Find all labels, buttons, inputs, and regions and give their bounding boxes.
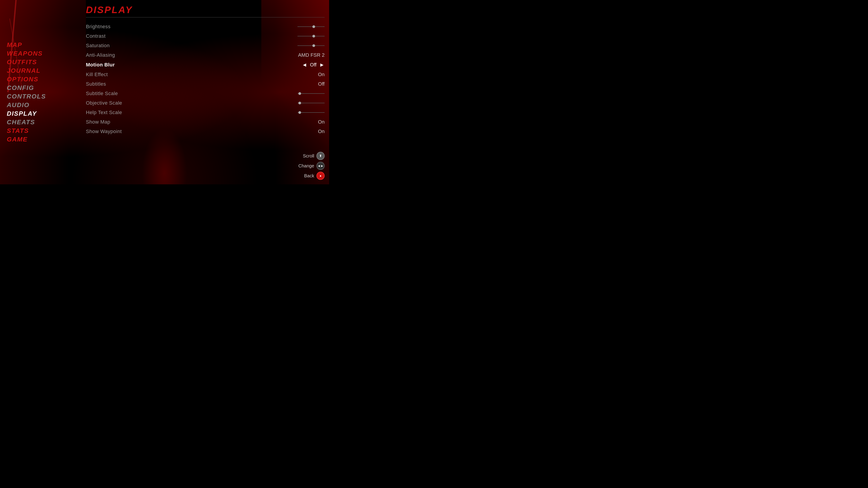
arrow-left-icon[interactable]: ◄: [302, 62, 307, 68]
setting-kill-effect[interactable]: Kill Effect On: [86, 70, 324, 79]
slider-thumb-subtitle-scale[interactable]: [298, 92, 301, 95]
slider-subtitle-scale[interactable]: [298, 93, 324, 94]
setting-show-map[interactable]: Show Map On: [86, 117, 324, 127]
setting-motion-blur[interactable]: Motion Blur ◄ Off ►: [86, 60, 324, 70]
setting-label-kill-effect: Kill Effect: [86, 72, 108, 77]
anti-aliasing-value: AMD FSR 2: [298, 52, 324, 58]
sidebar-item-audio[interactable]: AUDIO: [7, 101, 29, 109]
setting-label-motion-blur: Motion Blur: [86, 62, 115, 68]
setting-label-subtitles: Subtitles: [86, 81, 106, 87]
change-button: ◄►: [316, 162, 324, 170]
setting-value-help-text-scale: [298, 112, 324, 113]
scroll-label: Scroll: [303, 153, 314, 159]
motion-blur-value: Off: [310, 62, 316, 68]
control-scroll: Scroll ⬆: [303, 152, 324, 160]
main-content: DISPLAY Brightness Contrast Saturation: [86, 4, 324, 166]
scroll-icon: ⬆: [319, 154, 322, 158]
setting-label-anti-aliasing: Anti-Aliasing: [86, 52, 115, 58]
slider-objective-scale[interactable]: [298, 103, 324, 103]
slider-thumb-objective-scale[interactable]: [298, 102, 301, 104]
setting-label-objective-scale: Objective Scale: [86, 100, 122, 106]
setting-label-subtitle-scale: Subtitle Scale: [86, 91, 118, 96]
sidebar-item-options[interactable]: OPTIONS: [7, 75, 38, 84]
setting-label-contrast: Contrast: [86, 33, 105, 39]
setting-value-anti-aliasing: AMD FSR 2: [298, 52, 324, 58]
sidebar-item-map[interactable]: MAP: [7, 41, 22, 49]
setting-label-brightness: Brightness: [86, 24, 111, 30]
setting-label-show-map: Show Map: [86, 119, 110, 125]
sidebar-item-outfits[interactable]: OUTFITS: [7, 58, 37, 66]
scroll-button: ⬆: [316, 152, 324, 160]
bottom-controls: Scroll ⬆ Change ◄► Back ●: [298, 152, 324, 180]
kill-effect-value: On: [318, 72, 324, 77]
slider-thumb-saturation[interactable]: [312, 44, 315, 47]
setting-value-show-waypoint: On: [318, 129, 324, 134]
slider-help-text-scale[interactable]: [298, 112, 324, 113]
sidebar-item-config[interactable]: CONFIG: [7, 84, 34, 92]
back-button[interactable]: ●: [316, 172, 324, 180]
setting-objective-scale[interactable]: Objective Scale: [86, 98, 324, 108]
setting-value-kill-effect: On: [318, 72, 324, 77]
setting-subtitles[interactable]: Subtitles Off: [86, 79, 324, 89]
show-waypoint-value: On: [318, 129, 324, 134]
sidebar-item-stats[interactable]: STATS: [7, 127, 29, 135]
setting-label-help-text-scale: Help Text Scale: [86, 109, 122, 116]
show-map-value: On: [318, 119, 324, 125]
nav-menu: MAP WEAPONS OUTFITS JOURNAL OPTIONS CONF…: [7, 41, 46, 143]
setting-help-text-scale[interactable]: Help Text Scale: [86, 108, 324, 117]
page-title: DISPLAY: [86, 4, 324, 15]
section-divider: [86, 17, 324, 18]
sidebar-item-cheats[interactable]: CHEATS: [7, 118, 35, 126]
setting-show-waypoint[interactable]: Show Waypoint On: [86, 127, 324, 136]
setting-value-subtitles: Off: [318, 81, 324, 87]
setting-label-saturation: Saturation: [86, 43, 110, 48]
setting-value-brightness: [298, 26, 324, 27]
setting-value-objective-scale: [298, 103, 324, 103]
setting-value-contrast: [298, 36, 324, 36]
setting-value-subtitle-scale: [298, 93, 324, 94]
settings-list: Brightness Contrast Saturation: [86, 22, 324, 136]
setting-anti-aliasing[interactable]: Anti-Aliasing AMD FSR 2: [86, 51, 324, 60]
sidebar-item-journal[interactable]: JOURNAL: [7, 67, 40, 75]
control-change: Change ◄►: [298, 162, 324, 170]
change-icon: ◄►: [317, 164, 324, 168]
setting-value-show-map: On: [318, 119, 324, 125]
setting-contrast[interactable]: Contrast: [86, 31, 324, 41]
back-label: Back: [304, 173, 314, 178]
arrow-right-icon[interactable]: ►: [319, 62, 324, 68]
setting-label-show-waypoint: Show Waypoint: [86, 129, 122, 134]
control-back: Back ●: [304, 172, 324, 180]
sidebar-item-weapons[interactable]: WEAPONS: [7, 50, 43, 58]
slider-thumb-brightness[interactable]: [312, 25, 315, 28]
slider-contrast[interactable]: [298, 36, 324, 36]
setting-saturation[interactable]: Saturation: [86, 41, 324, 51]
setting-brightness[interactable]: Brightness: [86, 22, 324, 31]
slider-saturation[interactable]: [298, 45, 324, 46]
slider-thumb-help-text-scale[interactable]: [298, 111, 301, 114]
sidebar-item-game[interactable]: GAME: [7, 135, 28, 143]
sidebar-item-display[interactable]: DISPLAY: [7, 109, 37, 118]
sidebar-item-controls[interactable]: CONTROLS: [7, 92, 46, 101]
setting-value-saturation: [298, 45, 324, 46]
slider-thumb-contrast[interactable]: [312, 35, 315, 37]
back-icon: ●: [320, 174, 321, 177]
setting-value-motion-blur: ◄ Off ►: [302, 62, 324, 68]
change-label: Change: [298, 163, 314, 168]
setting-subtitle-scale[interactable]: Subtitle Scale: [86, 89, 324, 98]
subtitles-value: Off: [318, 81, 324, 87]
slider-brightness[interactable]: [298, 26, 324, 27]
